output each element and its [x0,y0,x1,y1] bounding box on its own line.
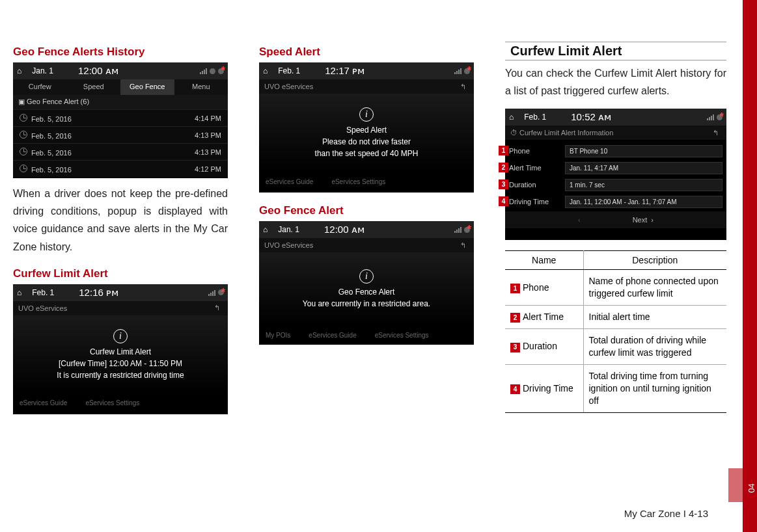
status-bar: ⌂ Feb. 1 12:17 ᴘᴍ [259,62,474,79]
signal-icon [454,68,461,74]
status-time: 12:00 ᴀᴍ [78,65,118,77]
alert-body: i Geo Fence Alert You are currently in a… [259,252,474,325]
history-row[interactable]: Feb. 5, 20164:13 PM [13,126,228,143]
next-button[interactable]: Next › [633,216,654,224]
heading-geo-fence-alert: Geo Fence Alert [259,204,474,217]
tab-eservices-guide[interactable]: eServices Guide [309,332,356,339]
alert-line-1: Please do not drive faster [322,137,411,146]
status-time: 12:17 ᴘᴍ [325,65,365,77]
info-row: 3Duration1 min. 7 sec [505,176,726,193]
home-icon[interactable]: ⌂ [17,288,21,297]
back-icon[interactable]: ↰ [709,128,721,137]
alert-line-2: than the set speed of 40 MPH [315,149,419,158]
asterisk-icon: * [720,111,724,123]
column-1: Geo Fence Alerts History * ⌂ Jan. 1 12:0… [13,42,228,414]
table-row: 4Driving TimeTotal driving time from tur… [505,364,726,412]
history-row[interactable]: Feb. 5, 20164:12 PM [13,160,228,177]
tab-geo-fence[interactable]: Geo Fence [120,79,174,95]
table-row: 2Alert TimeInitial alert time [505,306,726,329]
num-badge: 4 [510,384,520,394]
description-table: Name Description 1PhoneName of phone con… [505,250,726,412]
clock-icon [20,114,27,122]
home-icon[interactable]: ⌂ [263,66,268,75]
home-icon[interactable]: ⌂ [17,66,21,75]
side-accent-bar [743,0,757,532]
cell-name: 1Phone [505,270,583,306]
signal-icon [200,68,207,74]
tab-my-pois[interactable]: My POIs [266,332,290,339]
service-label: UVO eServices [264,241,313,249]
back-icon[interactable]: ↰ [457,241,469,250]
status-bar: ⌂ Feb. 1 12:16 ᴘᴍ [13,284,228,301]
asterisk-icon: * [221,65,225,77]
num-badge: 1 [510,284,520,293]
service-label: UVO eServices [264,83,313,90]
info-label: Phone [509,147,561,155]
status-date: Jan. 1 [278,225,299,234]
cell-name: 2Alert Time [505,306,583,329]
page-columns: Geo Fence Alerts History * ⌂ Jan. 1 12:0… [13,42,713,414]
history-tabs: Curfew Speed Geo Fence Menu [13,79,228,95]
table-head-name: Name [505,251,583,270]
status-bar: ⌂ Jan. 1 12:00 ᴀᴍ [13,62,228,79]
status-bar: ⌂ Feb. 1 10:52 ᴀᴍ [505,109,726,126]
tab-eservices-settings[interactable]: eServices Settings [331,178,385,185]
info-row: 1PhoneBT Phone 10 [505,142,726,159]
screenshot-speed-alert: * ⌂ Feb. 1 12:17 ᴘᴍ UVO eServices ↰ i Sp… [259,62,474,193]
bottom-tabs: eServices Guide eServices Settings [13,393,228,413]
back-icon[interactable]: ↰ [457,82,469,91]
heading-speed-alert: Speed Alert [259,46,474,59]
tab-eservices-settings[interactable]: eServices Settings [85,399,139,406]
clock-icon [20,131,27,139]
status-date: Feb. 1 [32,288,54,297]
alert-line-1: You are currently in a restricted area. [303,299,430,308]
history-row[interactable]: Feb. 5, 20164:13 PM [13,143,228,160]
info-value: 1 min. 7 sec [565,179,723,191]
table-row: 1PhoneName of phone connected upon trigg… [505,270,726,306]
info-icon: i [113,329,128,343]
alert-line-1: [Curfew Time] 12:00 AM - 11:50 PM [59,359,182,368]
column-2: Speed Alert * ⌂ Feb. 1 12:17 ᴘᴍ UVO eSer… [259,42,474,414]
signal-icon [707,114,714,120]
table-row: 3DurationTotal duration of driving while… [505,329,726,365]
alert-title: Speed Alert [346,126,387,135]
heading-curfew-limit-alert: Curfew Limit Alert [505,42,726,60]
breadcrumb-bar: ⏱ Curfew Limit Alert Information ↰ [505,126,726,140]
screenshot-geo-fence-alert: * ⌂ Jan. 1 12:00 ᴀᴍ UVO eServices ↰ i Ge… [259,221,474,345]
bottom-tabs: eServices Guide eServices Settings [259,172,474,191]
breadcrumb-bar: UVO eServices ↰ [13,301,228,315]
side-accent-tab [728,468,743,502]
alert-title: Curfew Limit Alert [90,347,151,356]
alert-line-2: It is currently a restricted driving tim… [57,371,184,380]
tab-eservices-settings[interactable]: eServices Settings [375,332,429,339]
tab-menu[interactable]: Menu [174,79,228,95]
tab-eservices-guide[interactable]: eServices Guide [20,399,67,406]
prev-icon[interactable]: ‹ [578,216,581,224]
tab-speed[interactable]: Speed [67,79,121,95]
num-badge: 3 [510,343,520,352]
bottom-tabs: My POIs eServices Guide eServices Settin… [259,325,474,345]
cell-description: Name of phone connected upon triggered c… [583,270,726,306]
back-icon[interactable]: ↰ [211,304,223,313]
history-row[interactable]: Feb. 5, 20164:14 PM [13,109,228,126]
breadcrumb-bar: UVO eServices ↰ [259,79,474,94]
status-time: 10:52 ᴀᴍ [571,111,611,123]
tab-curfew[interactable]: Curfew [13,79,67,95]
status-date: Feb. 1 [278,66,300,75]
status-date: Jan. 1 [32,66,53,75]
paragraph-curfew-history: You can check the Curfew Limit Alert his… [505,64,726,100]
num-badge: 2 [510,313,520,323]
info-value: Jan. 11, 12:00 AM - Jan. 11, 7:07 AM [565,196,723,208]
service-label: UVO eServices [18,304,67,312]
alert-title: Geo Fence Alert [338,287,395,297]
status-icons [200,68,224,74]
status-date: Feb. 1 [524,113,546,122]
info-value: Jan. 11, 4:17 AM [565,162,723,174]
info-rows: 1PhoneBT Phone 102Alert TimeJan. 11, 4:1… [505,140,726,210]
home-icon[interactable]: ⌂ [509,113,514,122]
table-head-description: Description [583,251,726,270]
alert-body: i Curfew Limit Alert [Curfew Time] 12:00… [13,315,228,393]
home-icon[interactable]: ⌂ [263,225,268,234]
tab-eservices-guide[interactable]: eServices Guide [266,178,313,185]
info-label: Driving Time [509,198,561,206]
